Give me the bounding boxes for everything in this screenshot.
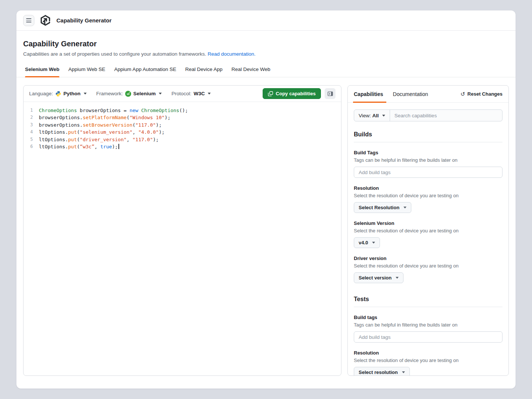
tab-appium-web-se[interactable]: Appium Web SE — [68, 66, 105, 77]
capabilities-panel: Capabilities Documentation ↺ Reset Chang… — [347, 85, 509, 376]
field-test-build-tags: Build tags Tags can be helpful in filter… — [354, 315, 502, 343]
field-selenium-version: Selenium Version Select the resolution o… — [354, 220, 502, 248]
driver-version-select[interactable]: Select version — [354, 272, 403, 283]
chevron-down-icon — [403, 207, 406, 208]
language-dropdown[interactable]: Language: Python — [29, 91, 87, 97]
code-editor-panel: Language: Python Framework: — [23, 85, 341, 376]
page-subtitle: Capabilities are a set of properties use… — [23, 51, 509, 57]
chevron-down-icon — [84, 93, 87, 95]
line-number: 5 — [24, 136, 39, 143]
divider — [354, 142, 502, 142]
code-line[interactable]: 3browserOptions.setBrowserVersion("117.0… — [24, 121, 341, 129]
hamburger-menu-button[interactable] — [23, 15, 34, 26]
chevron-down-icon — [372, 242, 375, 244]
view-filter-dropdown[interactable]: View: All — [354, 110, 390, 121]
copy-capabilities-button[interactable]: Copy capabilities — [263, 88, 321, 99]
section-title-tests: Tests — [354, 296, 502, 303]
editor-toolbar: Language: Python Framework: — [24, 86, 341, 102]
field-driver-version: Driver version Select the resolution of … — [354, 256, 502, 283]
code-line[interactable]: 1ChromeOptions browserOptions = new Chro… — [24, 107, 341, 114]
app-title: Capability Generator — [56, 17, 112, 24]
app-window: Capability Generator Capability Generato… — [16, 10, 516, 389]
section-title-builds: Builds — [354, 131, 502, 138]
main-content: Language: Python Framework: — [16, 77, 516, 376]
code-line[interactable]: 2browserOptions.setPlatformName("Windows… — [24, 114, 341, 121]
filter-bar: View: All — [354, 109, 502, 121]
framework-tabs: Selenium Web Appium Web SE Appium App Au… — [16, 66, 516, 77]
expand-panel-button[interactable] — [325, 88, 335, 99]
python-icon — [55, 91, 61, 97]
chevron-down-icon — [402, 371, 405, 373]
tab-appium-app-automation-se[interactable]: Appium App Automation SE — [114, 66, 176, 77]
line-number: 3 — [24, 121, 39, 129]
chevron-down-icon — [396, 277, 399, 279]
capabilities-body: View: All Builds Build Tags Tags can be … — [348, 103, 508, 375]
protocol-dropdown[interactable]: Protocol: W3C — [171, 91, 211, 96]
field-build-tags: Build Tags Tags can be helpful in filter… — [354, 150, 502, 178]
code-line[interactable]: 6ltOptions.put(“w3c”, true); — [24, 143, 341, 150]
build-tags-input[interactable] — [354, 167, 502, 178]
capabilities-header: Capabilities Documentation ↺ Reset Chang… — [348, 86, 508, 103]
selenium-icon: se — [125, 91, 131, 97]
resolution-select[interactable]: Select Resolution — [354, 202, 411, 213]
framework-dropdown[interactable]: Framework: se Selenium — [96, 91, 162, 97]
chevron-down-icon — [382, 115, 385, 117]
chevron-down-icon — [208, 93, 211, 95]
read-documentation-link[interactable]: Read documentation. — [208, 51, 256, 57]
line-number: 4 — [24, 129, 39, 136]
reset-icon: ↺ — [461, 91, 466, 97]
topbar: Capability Generator — [16, 10, 516, 31]
tab-real-device-app[interactable]: Real Device App — [185, 66, 223, 77]
tab-capabilities[interactable]: Capabilities — [354, 86, 383, 102]
lambdatest-logo-icon — [40, 15, 51, 26]
search-capabilities-input[interactable] — [390, 110, 502, 121]
field-resolution: Resolution Select the resolution of devi… — [354, 185, 502, 213]
copy-icon — [268, 91, 273, 96]
field-test-resolution: Resolution Select the resolution of devi… — [354, 350, 502, 375]
line-number: 2 — [24, 114, 39, 121]
tab-real-device-web[interactable]: Real Device Web — [232, 66, 270, 77]
test-resolution-select[interactable]: Select resolution — [354, 367, 410, 375]
tab-selenium-web[interactable]: Selenium Web — [25, 66, 59, 77]
selenium-version-select[interactable]: v4.0 — [354, 237, 380, 248]
page-head: Capability Generator Capabilities are a … — [16, 31, 516, 77]
divider — [354, 307, 502, 307]
code-line[interactable]: 4ltOptions.put("selenium_version", "4.0.… — [24, 129, 341, 136]
svg-text:se: se — [127, 93, 130, 95]
line-number: 1 — [24, 107, 39, 114]
line-number: 6 — [24, 143, 39, 150]
reset-changes-button[interactable]: ↺ Reset Changes — [461, 91, 503, 97]
code-area[interactable]: 1ChromeOptions browserOptions = new Chro… — [24, 102, 341, 375]
chevron-down-icon — [159, 93, 162, 95]
tab-documentation[interactable]: Documentation — [393, 86, 428, 102]
test-build-tags-input[interactable] — [354, 331, 502, 343]
page-title: Capability Generator — [23, 40, 509, 48]
panel-open-icon — [327, 91, 333, 97]
code-line[interactable]: 5ltOptions.put("driver_version", "117.0"… — [24, 136, 341, 143]
